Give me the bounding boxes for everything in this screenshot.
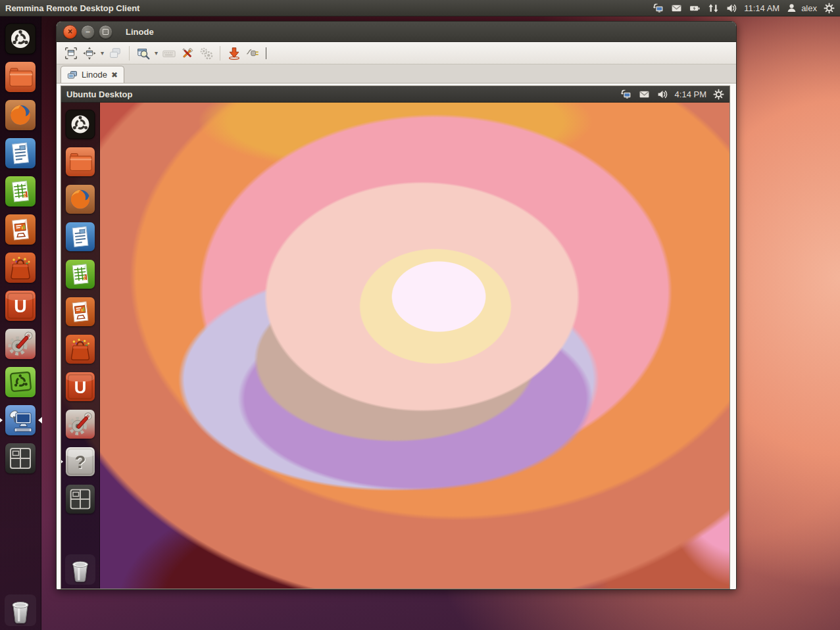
uone-icon: U (65, 372, 95, 402)
remote-launcher: U?? (61, 102, 100, 589)
workspace-icon (65, 484, 95, 514)
workspace-switcher-launcher-item[interactable] (65, 484, 95, 514)
username[interactable]: alex (801, 3, 817, 13)
writer-icon (65, 222, 95, 252)
tab-bar: Linode ✖ (57, 64, 736, 84)
toolbar-caret (266, 47, 266, 59)
software-icon (5, 252, 36, 283)
impress-icon (5, 214, 36, 245)
disconnect-button[interactable] (243, 45, 262, 62)
remmina-icon (5, 404, 36, 436)
preferences-button[interactable] (197, 45, 215, 62)
fit-window-button[interactable] (80, 45, 99, 62)
window-title: Linode (126, 27, 154, 37)
indicator-area: 11:14 AM alex (653, 3, 840, 14)
libreoffice-calc-launcher-item[interactable] (5, 176, 36, 207)
trash-icon (65, 554, 95, 585)
window-content: Ubuntu Desktop 4:14 PM U?? (57, 84, 736, 590)
network-arrows-icon[interactable] (708, 3, 719, 14)
volume-icon[interactable] (657, 89, 668, 100)
trash-launcher-item[interactable] (65, 554, 95, 585)
cast-icon[interactable] (653, 3, 664, 14)
files-icon (65, 147, 95, 177)
svg-text:?: ? (75, 452, 86, 472)
ubuntu-one-launcher-item[interactable]: U (5, 290, 36, 322)
dash-home-launcher-item[interactable] (5, 23, 36, 55)
system-tray (653, 3, 737, 14)
tab-close-icon[interactable]: ✖ (111, 70, 118, 80)
maximize-button[interactable] (99, 25, 112, 39)
impress-icon (65, 297, 95, 327)
firefox-icon (5, 99, 36, 131)
files-icon (5, 61, 36, 93)
ubuntu-software-center-launcher-item[interactable] (5, 252, 36, 283)
workspace-icon (5, 443, 36, 474)
ubuntu-one-launcher-item[interactable]: U (65, 372, 95, 402)
libreoffice-calc-launcher-item[interactable] (65, 259, 95, 289)
calc-icon (65, 259, 95, 289)
calc-icon (5, 176, 36, 207)
libreoffice-impress-launcher-item[interactable] (65, 297, 95, 327)
trash-launcher-item[interactable] (5, 594, 36, 626)
desktop: Remmina Remote Desktop Client 11:14 AM a… (0, 0, 840, 630)
volume-icon[interactable] (726, 3, 737, 14)
workspace-switcher-launcher-item[interactable] (5, 443, 36, 474)
remote-panel: Ubuntu Desktop 4:14 PM (61, 86, 729, 103)
landscape-icon (5, 366, 36, 398)
minimize-button[interactable]: – (81, 25, 95, 39)
ubuntu-software-center-launcher-item[interactable] (65, 334, 95, 364)
tools-button[interactable] (178, 45, 197, 62)
libreoffice-impress-launcher-item[interactable] (5, 214, 36, 245)
software-icon (65, 334, 95, 364)
system-settings-launcher-item[interactable] (5, 328, 36, 360)
tab-label: Linode (82, 70, 107, 80)
uone-icon: U (5, 290, 36, 322)
files-launcher-item[interactable] (65, 147, 95, 177)
grab-keyboard-button[interactable] (160, 45, 178, 62)
tab-linode[interactable]: Linode ✖ (61, 66, 124, 83)
remote-viewport[interactable]: Ubuntu Desktop 4:14 PM U?? (61, 85, 730, 589)
battery-icon[interactable] (689, 3, 701, 14)
scaled-mode-button[interactable] (134, 45, 153, 62)
scaled-dropdown-caret[interactable]: ▾ (155, 49, 158, 57)
fullscreen-button[interactable] (62, 45, 80, 62)
files-launcher-item[interactable] (5, 61, 36, 93)
settings-icon (65, 409, 95, 439)
maximize-icon (103, 29, 109, 35)
close-button[interactable]: × (63, 25, 77, 39)
remote-system-tray (620, 89, 668, 100)
toolbar-buttons: ▾▾ (62, 45, 262, 62)
cast-icon[interactable] (620, 89, 631, 100)
firefox-launcher-item[interactable] (5, 99, 36, 131)
remote-wallpaper (61, 102, 729, 589)
tab-monitor-icon (67, 70, 78, 80)
session-gear-icon[interactable] (824, 3, 835, 14)
running-indicator-left (0, 417, 3, 424)
unknown-app-launcher-item[interactable]: ?? (65, 447, 95, 477)
libreoffice-writer-launcher-item[interactable] (5, 137, 36, 169)
libreoffice-writer-launcher-item[interactable] (65, 222, 95, 252)
mail-icon[interactable] (639, 89, 650, 100)
dash-icon (65, 109, 95, 139)
remmina-launcher-item[interactable] (5, 404, 36, 436)
toolbar-separator (129, 46, 130, 61)
landscape-launcher-item[interactable] (5, 366, 36, 398)
fit-dropdown-caret[interactable]: ▾ (101, 49, 104, 57)
firefox-launcher-item[interactable] (65, 184, 95, 214)
minimize-to-tray-button[interactable] (225, 45, 243, 62)
unknown-icon: ?? (65, 447, 95, 477)
remote-session-gear-icon[interactable] (713, 89, 724, 100)
dash-home-launcher-item[interactable] (65, 109, 95, 139)
titlebar[interactable]: × – Linode (57, 22, 736, 42)
svg-text:U: U (14, 297, 27, 316)
clock[interactable]: 11:14 AM (744, 3, 779, 13)
panel-title: Remmina Remote Desktop Client (5, 3, 139, 13)
writer-icon (5, 137, 36, 169)
firefox-icon (65, 184, 95, 214)
mail-icon[interactable] (671, 3, 682, 14)
user-icon (786, 3, 797, 14)
remote-clock[interactable]: 4:14 PM (675, 89, 706, 99)
system-settings-launcher-item[interactable] (65, 409, 95, 439)
duplicate-connection-button[interactable] (106, 45, 124, 62)
top-panel: Remmina Remote Desktop Client 11:14 AM a… (0, 0, 840, 16)
